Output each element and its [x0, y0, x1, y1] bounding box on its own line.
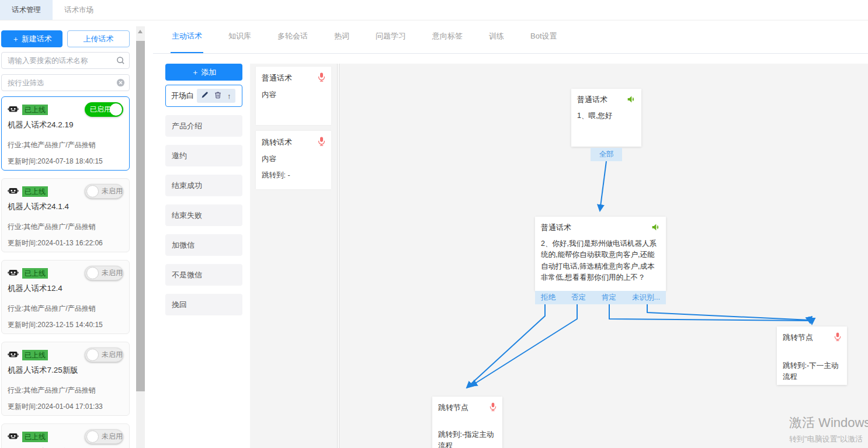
script-list-sidebar: ＋ 新建话术 上传话术 已上线 已启用 [0, 20, 153, 448]
top-tab-bar: 话术管理 话术市场 [0, 0, 868, 20]
script-updated-time: 更新时间:2023-12-15 14:40:15 [8, 320, 123, 330]
tab-hot-words[interactable]: 热词 [333, 20, 350, 53]
toggle-knob [86, 267, 99, 279]
branch-label-affirm[interactable]: 肯定 [602, 293, 616, 303]
branch-label-unrecognized[interactable]: 未识别... [632, 293, 660, 303]
node-template-panel: 普通话术 内容 跳转话术 内容 跳转到: - [250, 64, 338, 448]
script-title: 机器人话术7.25新版 [8, 365, 123, 376]
flow-stage-item[interactable]: 结束成功 [165, 175, 242, 196]
branch-labels: 拒绝 否定 肯定 未识别... [535, 291, 666, 304]
tab-intent-labels[interactable]: 意向标签 [431, 20, 464, 53]
online-status-badge: 已上线 [22, 105, 48, 115]
robot-icon [8, 186, 19, 197]
section-tab-bar: 主动话术 知识库 多轮会话 热词 问题学习 意向标签 训练 Bot设置 [153, 20, 868, 54]
enable-toggle[interactable]: 未启用 [85, 266, 123, 280]
microphone-icon [834, 332, 841, 343]
toggle-knob [86, 430, 99, 443]
microphone-icon [318, 72, 325, 84]
windows-activation-watermark: 激活 Windows 转到"电脑设置"以激活 [789, 414, 868, 444]
search-icon [116, 56, 125, 67]
edit-icon[interactable] [201, 91, 209, 100]
new-script-button[interactable]: ＋ 新建话术 [1, 30, 63, 47]
script-industry: 行业:其他产品推广/产品推销 [8, 140, 123, 150]
flow-stage-item[interactable]: 邀约 [165, 145, 242, 166]
node-type-label: 跳转节点 [438, 402, 468, 413]
flow-stage-item[interactable]: 产品介绍 [165, 115, 242, 137]
sidebar-scrollbar[interactable] [136, 26, 145, 448]
branch-label-all[interactable]: 全部 [591, 148, 622, 161]
script-card[interactable]: 已上线 已启用 机器人话术24.2.19 行业:其他产品推广/产品推销 更新时间… [1, 96, 130, 171]
script-industry: 行业:其他产品推广/产品推销 [8, 304, 123, 314]
speaker-icon [651, 223, 660, 233]
delete-icon[interactable] [214, 91, 221, 100]
flow-stage-item-selected[interactable]: 开场白 ↑ [165, 85, 242, 107]
script-industry: 行业:其他产品推广/产品推销 [8, 386, 123, 395]
script-card[interactable]: 已上线 未启用 机器人话术7.21新版 [1, 423, 130, 448]
script-industry: 行业:其他产品推广/产品推销 [8, 222, 123, 232]
branch-label-negative[interactable]: 否定 [571, 293, 586, 303]
node-text: 跳转到:-指定主动流程 [438, 429, 497, 448]
plus-icon: ＋ [12, 34, 22, 43]
flow-stage-item[interactable]: 挽回 [165, 294, 242, 315]
top-tab-script-management[interactable]: 话术管理 [0, 0, 53, 20]
script-updated-time: 更新时间:2024-01-04 17:01:33 [8, 402, 123, 412]
move-up-icon[interactable]: ↑ [227, 92, 231, 100]
top-tab-script-market[interactable]: 话术市场 [53, 0, 105, 20]
script-updated-time: 更新时间:2024-07-18 18:40:15 [8, 157, 123, 166]
script-title: 机器人话术24.1.4 [8, 202, 123, 212]
flow-stage-item[interactable]: 不是微信 [165, 264, 242, 286]
enable-toggle[interactable]: 已启用 [85, 102, 123, 117]
add-stage-button[interactable]: ＋ 添加 [165, 64, 242, 81]
robot-icon [8, 349, 19, 361]
script-title: 机器人话术12.4 [8, 283, 123, 294]
tab-training[interactable]: 训练 [488, 20, 505, 53]
flow-node-normal-script[interactable]: 普通话术 2、你好,我们是郑州做电话机器人系统的,能帮你自动获取意向客户,还能自… [535, 217, 666, 291]
online-status-badge: 已上线 [22, 350, 48, 360]
branch-label-reject[interactable]: 拒绝 [541, 293, 555, 303]
microphone-icon [318, 137, 325, 148]
tab-knowledge-base[interactable]: 知识库 [227, 20, 252, 53]
enable-toggle[interactable]: 未启用 [85, 348, 123, 362]
tab-bot-settings[interactable]: Bot设置 [529, 20, 558, 53]
online-status-badge: 已上线 [22, 268, 48, 279]
flow-stage-panel: ＋ 添加 开场白 ↑ 产品介绍 邀约 结束成功 [165, 64, 242, 448]
flowchart-canvas[interactable]: 普通话术 1、喂,您好 全部 普通话术 [339, 64, 868, 448]
flow-node-normal-script[interactable]: 普通话术 1、喂,您好 [571, 89, 641, 147]
template-normal-script[interactable]: 普通话术 内容 [256, 67, 331, 125]
robot-icon [8, 431, 19, 443]
tab-multi-turn[interactable]: 多轮会话 [276, 20, 309, 53]
flow-stage-item[interactable]: 加微信 [165, 234, 242, 256]
enable-toggle[interactable]: 未启用 [85, 184, 123, 199]
script-card[interactable]: 已上线 未启用 机器人话术7.25新版 行业:其他产品推广/产品推销 更新时间:… [1, 342, 130, 416]
tab-active-script[interactable]: 主动话术 [171, 20, 203, 53]
node-type-label: 跳转节点 [783, 332, 813, 343]
template-jump-script[interactable]: 跳转话术 内容 跳转到: - [256, 131, 331, 189]
speaker-icon [627, 95, 636, 105]
scrollbar-thumb[interactable] [136, 41, 145, 391]
script-title: 机器人话术24.2.19 [8, 120, 123, 130]
enable-toggle[interactable]: 未启用 [85, 429, 123, 444]
flow-node-jump[interactable]: 跳转节点 跳转到:-指定主动流程 [432, 397, 502, 448]
search-input[interactable] [1, 52, 130, 69]
node-text: 跳转到:-下一主动流程 [783, 360, 841, 383]
toggle-knob [86, 185, 99, 197]
robot-icon [8, 104, 19, 116]
node-type-label: 普通话术 [541, 223, 571, 233]
stage-toolbar: ↑ [197, 89, 235, 103]
clear-icon[interactable] [116, 78, 125, 89]
script-card[interactable]: 已上线 未启用 机器人话术24.1.4 行业:其他产品推广/产品推销 更新时间:… [1, 178, 130, 252]
scroll-up-arrow-icon[interactable] [138, 30, 143, 33]
node-text: 2、你好,我们是郑州做电话机器人系统的,能帮你自动获取意向客户,还能自动打电话,… [541, 238, 660, 284]
plus-icon: ＋ [192, 68, 202, 77]
robot-icon [8, 268, 19, 279]
tab-question-learning[interactable]: 问题学习 [374, 20, 407, 53]
script-updated-time: 更新时间:2024-01-13 16:22:06 [8, 238, 123, 248]
industry-filter-input[interactable] [1, 74, 130, 91]
flow-node-jump[interactable]: 跳转节点 跳转到:-下一主动流程 [777, 327, 847, 385]
online-status-badge: 已上线 [22, 186, 48, 197]
flow-stage-item[interactable]: 结束失败 [165, 204, 242, 226]
online-status-badge: 已上线 [22, 432, 48, 442]
script-card[interactable]: 已上线 未启用 机器人话术12.4 行业:其他产品推广/产品推销 更新时间:20… [1, 260, 130, 334]
node-text: 1、喂,您好 [577, 110, 636, 121]
upload-script-button[interactable]: 上传话术 [67, 30, 130, 47]
